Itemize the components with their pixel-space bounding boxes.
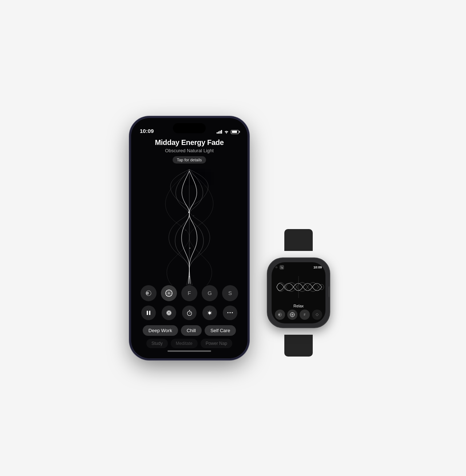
- svg-point-23: [279, 314, 280, 315]
- watch-viz-svg: [273, 274, 324, 300]
- watch-f-button[interactable]: F: [300, 310, 310, 320]
- home-indicator: [167, 350, 211, 352]
- f-mode-button[interactable]: F: [181, 285, 197, 301]
- svg-point-5: [193, 215, 194, 216]
- moon-mode-button[interactable]: [141, 285, 157, 301]
- dynamic-island: [173, 123, 206, 133]
- burst-button[interactable]: [202, 306, 217, 320]
- status-time: 10:09: [140, 128, 154, 135]
- signal-bars-icon: [217, 130, 222, 134]
- svg-point-2: [189, 248, 190, 248]
- watch-status-left-icon: ○: [275, 265, 277, 269]
- more-button[interactable]: [223, 306, 237, 320]
- watch-arrow-icon: ↘: [280, 265, 284, 270]
- svg-line-17: [189, 312, 190, 314]
- svg-rect-10: [149, 311, 151, 315]
- svg-point-19: [230, 312, 231, 313]
- watch-body: ○ ↘ 10:09: [268, 258, 329, 327]
- app-content: Midday Energy Fade Obscured Natural Ligh…: [131, 118, 248, 358]
- watch-visualization: [272, 270, 325, 304]
- svg-rect-9: [147, 311, 148, 315]
- watch-main-button[interactable]: [287, 310, 297, 320]
- status-icons: [217, 130, 239, 135]
- action-icons-row: [138, 306, 240, 320]
- watch-screen: ○ ↘ 10:09: [272, 262, 325, 323]
- watch-crown: [328, 286, 329, 297]
- timer-button[interactable]: [182, 306, 197, 320]
- battery-icon: [231, 130, 239, 134]
- s-mode-button[interactable]: S: [222, 285, 238, 301]
- watch-f-label: F: [304, 313, 306, 316]
- watch-moon-button[interactable]: [275, 310, 285, 320]
- chill-button[interactable]: Chill: [181, 325, 202, 336]
- watch-band-top: [284, 229, 313, 251]
- energy-visualization: [131, 164, 248, 285]
- wifi-icon: [224, 130, 229, 134]
- watch-status-bar: ○ ↘ 10:09: [272, 262, 325, 270]
- devices-container: 10:09: [131, 118, 335, 358]
- watch-band-bottom: [284, 335, 313, 357]
- svg-point-18: [228, 312, 229, 313]
- apple-watch-device: ○ ↘ 10:09: [262, 249, 335, 337]
- f-label: F: [187, 290, 191, 296]
- watch-extra-button[interactable]: [312, 310, 322, 320]
- meditate-button[interactable]: Meditate: [171, 339, 198, 348]
- category-row-1: Deep Work Chill Self Care: [138, 325, 240, 336]
- main-mode-button[interactable]: [161, 285, 177, 301]
- watch-mode-label: Relax: [272, 304, 325, 308]
- svg-point-7: [146, 292, 149, 295]
- g-label: G: [208, 290, 212, 296]
- cast-button[interactable]: [162, 306, 176, 320]
- svg-point-20: [232, 312, 233, 313]
- g-mode-button[interactable]: G: [202, 285, 218, 301]
- app-header: Midday Energy Fade Obscured Natural Ligh…: [155, 138, 224, 164]
- svg-point-1: [188, 212, 189, 213]
- mode-icons-row: F G S: [138, 285, 240, 301]
- power-nap-button[interactable]: Power Nap: [201, 339, 232, 348]
- tap-details-button[interactable]: Tap for details: [173, 156, 206, 164]
- bottom-controls: F G S: [131, 285, 248, 358]
- self-care-button[interactable]: Self Care: [205, 325, 236, 336]
- iphone-screen: 10:09: [131, 118, 248, 358]
- watch-icons-row: F: [272, 310, 325, 323]
- deep-work-button[interactable]: Deep Work: [143, 325, 178, 336]
- watch-time: 10:09: [313, 265, 322, 269]
- pause-button[interactable]: [141, 306, 156, 320]
- visualization-area: [131, 164, 248, 285]
- s-label: S: [228, 290, 232, 296]
- app-title: Midday Energy Fade: [155, 138, 224, 147]
- svg-point-3: [189, 276, 190, 276]
- category-row-2: Study Meditate Power Nap: [138, 339, 240, 348]
- study-button[interactable]: Study: [146, 339, 168, 348]
- iphone-device: 10:09: [131, 118, 248, 358]
- app-subtitle: Obscured Natural Light: [155, 148, 224, 153]
